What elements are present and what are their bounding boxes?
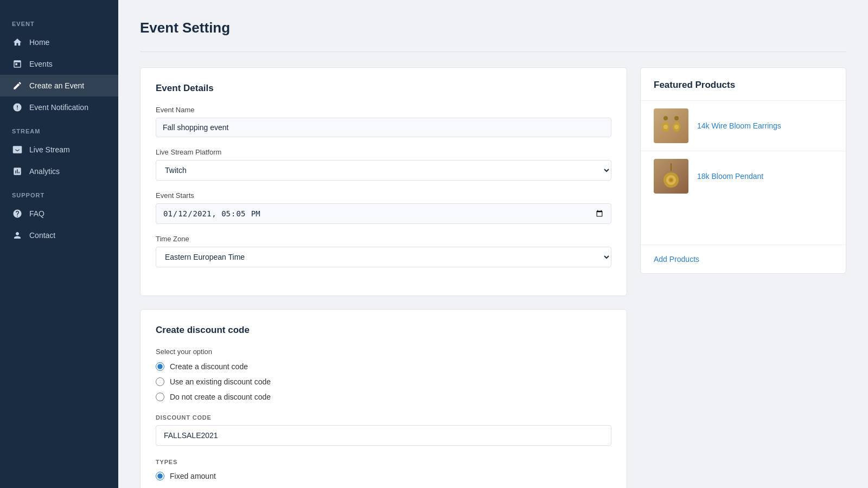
svg-point-10 <box>669 178 673 182</box>
sidebar-item-contact[interactable]: Contact <box>0 224 118 246</box>
sidebar-item-label-events: Events <box>29 60 53 68</box>
discount-code-input[interactable] <box>156 425 611 446</box>
discount-option-existing-label: Use an existing discount code <box>170 377 271 386</box>
discount-options-group: Create a discount code Use an existing d… <box>156 362 611 401</box>
type-fixed-label: Fixed amount <box>170 472 216 480</box>
discount-card: Create discount code Select your option … <box>140 309 627 488</box>
product-item-2: 18k Bloom Pendant <box>641 151 846 201</box>
sidebar-item-home[interactable]: Home <box>0 31 118 53</box>
platform-label: Live Stream Platform <box>156 148 611 156</box>
discount-option-existing[interactable]: Use an existing discount code <box>156 377 611 386</box>
discount-option-create[interactable]: Create a discount code <box>156 362 611 371</box>
sidebar-item-events[interactable]: Events <box>0 53 118 75</box>
sidebar-item-label-create-event: Create an Event <box>29 81 84 90</box>
create-icon <box>12 80 23 91</box>
earrings-image <box>656 111 686 141</box>
event-details-card: Event Details Event Name Live Stream Pla… <box>140 67 627 296</box>
event-starts-group: Event Starts <box>156 191 611 224</box>
discount-option-create-label: Create a discount code <box>170 362 248 371</box>
svg-point-1 <box>674 116 679 120</box>
event-name-input[interactable] <box>156 118 611 137</box>
sidebar-item-label-live-stream: Live Stream <box>29 145 70 154</box>
discount-radio-create[interactable] <box>156 362 164 371</box>
event-details-column: Event Details Event Name Live Stream Pla… <box>140 67 627 488</box>
product-thumb-pendant <box>654 159 688 194</box>
add-products-link[interactable]: Add Products <box>641 245 846 273</box>
sidebar-item-label-faq: FAQ <box>29 209 44 218</box>
sidebar-item-label-contact: Contact <box>29 231 55 240</box>
sidebar-section-support: SUPPORT <box>0 182 118 203</box>
product-item-1: 14k Wire Bloom Earrings <box>641 100 846 151</box>
sidebar-item-live-stream[interactable]: Live Stream <box>0 139 118 160</box>
timezone-group: Time Zone Eastern European TimeEastern S… <box>156 235 611 267</box>
sidebar-item-label-event-notification: Event Notification <box>29 103 88 112</box>
event-name-label: Event Name <box>156 106 611 114</box>
svg-point-0 <box>663 116 668 120</box>
divider <box>140 52 846 52</box>
contact-icon <box>12 230 23 241</box>
timezone-select[interactable]: Eastern European TimeEastern Standard Ti… <box>156 247 611 267</box>
sidebar-item-analytics[interactable]: Analytics <box>0 160 118 182</box>
main-content: Event Setting Event Details Event Name L… <box>118 0 868 488</box>
event-starts-input[interactable] <box>156 203 611 224</box>
product-name-1[interactable]: 14k Wire Bloom Earrings <box>697 121 781 130</box>
product-thumb-earrings <box>654 108 688 143</box>
sidebar-item-label-analytics: Analytics <box>29 167 60 176</box>
discount-radio-none[interactable] <box>156 393 164 401</box>
featured-products-card: Featured Products 14k Wire Bloom Earring… <box>640 67 846 274</box>
discount-radio-existing[interactable] <box>156 377 164 386</box>
event-name-group: Event Name <box>156 106 611 137</box>
type-radio-fixed[interactable] <box>156 472 164 480</box>
sidebar-item-faq[interactable]: FAQ <box>0 203 118 224</box>
sidebar-item-label-home: Home <box>29 38 49 47</box>
platform-group: Live Stream Platform TwitchYouTubeFacebo… <box>156 148 611 181</box>
svg-point-4 <box>663 125 668 129</box>
featured-products-title: Featured Products <box>641 68 846 100</box>
event-details-title: Event Details <box>156 83 611 94</box>
sidebar-item-event-notification[interactable]: Event Notification <box>0 97 118 118</box>
discount-option-none-label: Do not create a discount code <box>170 393 271 401</box>
types-group: Fixed amount <box>156 472 611 480</box>
faq-icon <box>12 208 23 219</box>
events-icon <box>12 59 23 69</box>
page-title: Event Setting <box>140 20 846 36</box>
platform-select[interactable]: TwitchYouTubeFacebook LiveInstagram Live <box>156 160 611 181</box>
types-label: TYPES <box>156 459 611 465</box>
discount-option-none[interactable]: Do not create a discount code <box>156 393 611 401</box>
sidebar-section-event: EVENT <box>0 11 118 31</box>
live-icon <box>12 144 23 155</box>
type-fixed-amount[interactable]: Fixed amount <box>156 472 611 480</box>
featured-products-column: Featured Products 14k Wire Bloom Earring… <box>640 67 846 274</box>
discount-title: Create discount code <box>156 325 611 336</box>
select-option-label: Select your option <box>156 348 611 356</box>
sidebar: EVENTHomeEventsCreate an EventEvent Noti… <box>0 0 118 488</box>
discount-code-label: DISCOUNT CODE <box>156 414 611 421</box>
product-name-2[interactable]: 18k Bloom Pendant <box>697 172 763 181</box>
svg-point-5 <box>674 125 679 129</box>
content-grid: Event Details Event Name Live Stream Pla… <box>140 67 846 488</box>
analytics-icon <box>12 166 23 177</box>
event-starts-label: Event Starts <box>156 191 611 200</box>
home-icon <box>12 37 23 48</box>
notification-icon <box>12 102 23 113</box>
pendant-image <box>656 161 686 191</box>
sidebar-item-create-event[interactable]: Create an Event <box>0 75 118 97</box>
sidebar-section-stream: STREAM <box>0 118 118 139</box>
timezone-label: Time Zone <box>156 235 611 243</box>
